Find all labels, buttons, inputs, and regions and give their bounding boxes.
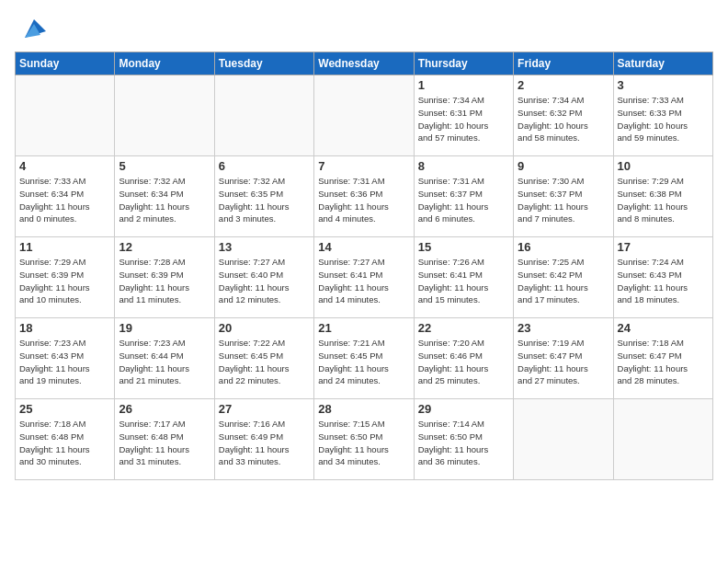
calendar: SundayMondayTuesdayWednesdayThursdayFrid… <box>15 52 713 480</box>
day-info: Sunrise: 7:34 AM Sunset: 6:32 PM Dayligh… <box>518 94 609 144</box>
day-number: 27 <box>219 402 310 416</box>
calendar-cell: 1Sunrise: 7:34 AM Sunset: 6:31 PM Daylig… <box>414 75 513 156</box>
day-info: Sunrise: 7:23 AM Sunset: 6:43 PM Dayligh… <box>19 337 110 387</box>
calendar-cell: 5Sunrise: 7:32 AM Sunset: 6:34 PM Daylig… <box>115 156 214 237</box>
day-info: Sunrise: 7:34 AM Sunset: 6:31 PM Dayligh… <box>418 94 509 144</box>
day-number: 22 <box>418 321 509 335</box>
day-number: 26 <box>119 402 210 416</box>
day-number: 23 <box>518 321 609 335</box>
day-info: Sunrise: 7:31 AM Sunset: 6:37 PM Dayligh… <box>418 175 509 225</box>
day-number: 6 <box>219 159 310 173</box>
day-number: 15 <box>418 240 509 254</box>
day-info: Sunrise: 7:17 AM Sunset: 6:48 PM Dayligh… <box>119 418 210 468</box>
day-info: Sunrise: 7:27 AM Sunset: 6:41 PM Dayligh… <box>318 256 409 306</box>
calendar-cell: 24Sunrise: 7:18 AM Sunset: 6:47 PM Dayli… <box>613 318 712 399</box>
day-info: Sunrise: 7:14 AM Sunset: 6:50 PM Dayligh… <box>418 418 509 468</box>
calendar-cell: 22Sunrise: 7:20 AM Sunset: 6:46 PM Dayli… <box>414 318 513 399</box>
day-number: 19 <box>119 321 210 335</box>
day-info: Sunrise: 7:32 AM Sunset: 6:35 PM Dayligh… <box>219 175 310 225</box>
calendar-week-0: 1Sunrise: 7:34 AM Sunset: 6:31 PM Daylig… <box>16 75 713 156</box>
calendar-cell: 29Sunrise: 7:14 AM Sunset: 6:50 PM Dayli… <box>414 399 513 480</box>
calendar-cell: 17Sunrise: 7:24 AM Sunset: 6:43 PM Dayli… <box>613 237 712 318</box>
calendar-cell: 15Sunrise: 7:26 AM Sunset: 6:41 PM Dayli… <box>414 237 513 318</box>
calendar-header-tuesday: Tuesday <box>214 52 313 75</box>
calendar-week-3: 18Sunrise: 7:23 AM Sunset: 6:43 PM Dayli… <box>16 318 713 399</box>
day-number: 2 <box>518 78 609 92</box>
day-info: Sunrise: 7:22 AM Sunset: 6:45 PM Dayligh… <box>219 337 310 387</box>
day-number: 20 <box>219 321 310 335</box>
calendar-cell: 11Sunrise: 7:29 AM Sunset: 6:39 PM Dayli… <box>16 237 115 318</box>
calendar-cell: 6Sunrise: 7:32 AM Sunset: 6:35 PM Daylig… <box>214 156 313 237</box>
day-info: Sunrise: 7:18 AM Sunset: 6:48 PM Dayligh… <box>19 418 110 468</box>
calendar-cell: 18Sunrise: 7:23 AM Sunset: 6:43 PM Dayli… <box>16 318 115 399</box>
day-number: 10 <box>618 159 709 173</box>
day-number: 21 <box>318 321 409 335</box>
calendar-cell: 3Sunrise: 7:33 AM Sunset: 6:33 PM Daylig… <box>613 75 712 156</box>
day-number: 29 <box>418 402 509 416</box>
calendar-cell <box>314 75 414 156</box>
day-number: 24 <box>618 321 709 335</box>
calendar-cell: 14Sunrise: 7:27 AM Sunset: 6:41 PM Dayli… <box>314 237 414 318</box>
calendar-cell <box>16 75 115 156</box>
day-number: 17 <box>618 240 709 254</box>
calendar-header-row: SundayMondayTuesdayWednesdayThursdayFrid… <box>16 52 713 75</box>
day-number: 9 <box>518 159 609 173</box>
calendar-cell: 19Sunrise: 7:23 AM Sunset: 6:44 PM Dayli… <box>115 318 214 399</box>
day-info: Sunrise: 7:29 AM Sunset: 6:39 PM Dayligh… <box>19 256 110 306</box>
day-number: 16 <box>518 240 609 254</box>
day-info: Sunrise: 7:24 AM Sunset: 6:43 PM Dayligh… <box>618 256 709 306</box>
day-info: Sunrise: 7:26 AM Sunset: 6:41 PM Dayligh… <box>418 256 509 306</box>
day-info: Sunrise: 7:31 AM Sunset: 6:36 PM Dayligh… <box>318 175 409 225</box>
day-info: Sunrise: 7:23 AM Sunset: 6:44 PM Dayligh… <box>119 337 210 387</box>
calendar-cell: 21Sunrise: 7:21 AM Sunset: 6:45 PM Dayli… <box>314 318 414 399</box>
day-info: Sunrise: 7:19 AM Sunset: 6:47 PM Dayligh… <box>518 337 609 387</box>
calendar-cell: 16Sunrise: 7:25 AM Sunset: 6:42 PM Dayli… <box>514 237 613 318</box>
day-info: Sunrise: 7:33 AM Sunset: 6:33 PM Dayligh… <box>618 94 709 144</box>
day-number: 4 <box>19 159 110 173</box>
calendar-header-monday: Monday <box>115 52 214 75</box>
calendar-header-friday: Friday <box>514 52 613 75</box>
calendar-cell: 13Sunrise: 7:27 AM Sunset: 6:40 PM Dayli… <box>214 237 313 318</box>
day-info: Sunrise: 7:16 AM Sunset: 6:49 PM Dayligh… <box>219 418 310 468</box>
day-number: 11 <box>19 240 110 254</box>
day-info: Sunrise: 7:15 AM Sunset: 6:50 PM Dayligh… <box>318 418 409 468</box>
calendar-cell <box>214 75 313 156</box>
calendar-cell <box>115 75 214 156</box>
day-info: Sunrise: 7:18 AM Sunset: 6:47 PM Dayligh… <box>618 337 709 387</box>
calendar-cell <box>613 399 712 480</box>
calendar-cell: 20Sunrise: 7:22 AM Sunset: 6:45 PM Dayli… <box>214 318 313 399</box>
day-info: Sunrise: 7:20 AM Sunset: 6:46 PM Dayligh… <box>418 337 509 387</box>
calendar-header-thursday: Thursday <box>414 52 513 75</box>
day-number: 25 <box>19 402 110 416</box>
calendar-week-4: 25Sunrise: 7:18 AM Sunset: 6:48 PM Dayli… <box>16 399 713 480</box>
day-number: 13 <box>219 240 310 254</box>
calendar-cell: 25Sunrise: 7:18 AM Sunset: 6:48 PM Dayli… <box>16 399 115 480</box>
day-info: Sunrise: 7:28 AM Sunset: 6:39 PM Dayligh… <box>119 256 210 306</box>
calendar-header-sunday: Sunday <box>16 52 115 75</box>
day-number: 8 <box>418 159 509 173</box>
calendar-cell: 28Sunrise: 7:15 AM Sunset: 6:50 PM Dayli… <box>314 399 414 480</box>
calendar-cell: 2Sunrise: 7:34 AM Sunset: 6:32 PM Daylig… <box>514 75 613 156</box>
day-number: 3 <box>618 78 709 92</box>
calendar-header-saturday: Saturday <box>613 52 712 75</box>
calendar-week-1: 4Sunrise: 7:33 AM Sunset: 6:34 PM Daylig… <box>16 156 713 237</box>
logo-icon <box>20 15 48 42</box>
calendar-cell <box>514 399 613 480</box>
day-number: 1 <box>418 78 509 92</box>
calendar-cell: 10Sunrise: 7:29 AM Sunset: 6:38 PM Dayli… <box>613 156 712 237</box>
day-info: Sunrise: 7:33 AM Sunset: 6:34 PM Dayligh… <box>19 175 110 225</box>
day-number: 7 <box>318 159 409 173</box>
calendar-cell: 27Sunrise: 7:16 AM Sunset: 6:49 PM Dayli… <box>214 399 313 480</box>
calendar-cell: 7Sunrise: 7:31 AM Sunset: 6:36 PM Daylig… <box>314 156 414 237</box>
calendar-cell: 12Sunrise: 7:28 AM Sunset: 6:39 PM Dayli… <box>115 237 214 318</box>
day-info: Sunrise: 7:25 AM Sunset: 6:42 PM Dayligh… <box>518 256 609 306</box>
calendar-cell: 4Sunrise: 7:33 AM Sunset: 6:34 PM Daylig… <box>16 156 115 237</box>
day-number: 18 <box>19 321 110 335</box>
day-info: Sunrise: 7:32 AM Sunset: 6:34 PM Dayligh… <box>119 175 210 225</box>
calendar-header-wednesday: Wednesday <box>314 52 414 75</box>
day-number: 14 <box>318 240 409 254</box>
calendar-cell: 26Sunrise: 7:17 AM Sunset: 6:48 PM Dayli… <box>115 399 214 480</box>
day-number: 12 <box>119 240 210 254</box>
day-number: 28 <box>318 402 409 416</box>
day-info: Sunrise: 7:21 AM Sunset: 6:45 PM Dayligh… <box>318 337 409 387</box>
